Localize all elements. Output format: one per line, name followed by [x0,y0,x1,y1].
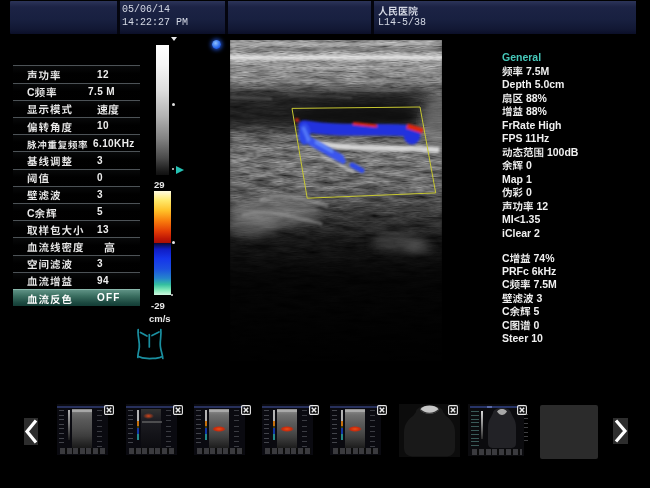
svg-text:88%: 88% [526,105,548,117]
svg-text:7.5M: 7.5M [534,279,558,291]
svg-text:0: 0 [534,319,540,331]
svg-text:C: C [502,305,510,317]
svg-text:C: C [27,207,35,219]
svg-text:100dB: 100dB [547,146,579,158]
svg-text:3: 3 [536,292,542,304]
svg-text:0: 0 [526,159,532,171]
svg-text:7.5M: 7.5M [526,65,550,77]
svg-text:C: C [27,86,35,98]
svg-text:C: C [502,319,510,331]
svg-text:12: 12 [536,200,548,212]
svg-text:0: 0 [526,186,532,198]
svg-text:C: C [502,279,510,291]
svg-text:C: C [502,252,510,264]
svg-text:5: 5 [534,305,540,317]
svg-text:88%: 88% [526,92,548,104]
svg-text:74%: 74% [534,252,556,264]
